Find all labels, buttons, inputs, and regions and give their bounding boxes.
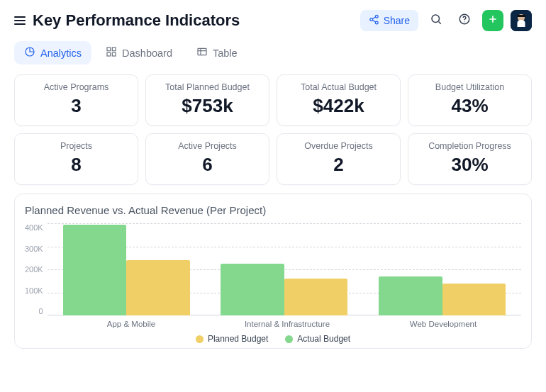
x-category: Web Development bbox=[365, 315, 521, 328]
svg-rect-11 bbox=[112, 47, 116, 51]
tab-table[interactable]: Table bbox=[186, 41, 247, 65]
chart-legend: Planned Budget Actual Budget bbox=[25, 334, 521, 344]
kpi-value: 8 bbox=[21, 154, 132, 176]
kpi-label: Completion Progress bbox=[414, 141, 525, 151]
share-label: Share bbox=[384, 15, 410, 26]
chart-card: Planned Revenue vs. Actual Revenue (Per … bbox=[14, 194, 532, 349]
kpi-value: 3 bbox=[21, 95, 132, 117]
kpi-value: 6 bbox=[152, 154, 263, 176]
menu-icon[interactable] bbox=[14, 16, 26, 25]
legend-label: Actual Budget bbox=[297, 334, 350, 344]
dashboard-icon bbox=[106, 46, 117, 60]
y-tick: 100K bbox=[25, 286, 43, 295]
x-category: Internal & Infrastructure bbox=[209, 315, 365, 328]
bar-actual bbox=[63, 225, 126, 315]
kpi-value: 2 bbox=[283, 154, 394, 176]
x-category: App & Mobile bbox=[53, 315, 209, 328]
kpi-label: Total Planned Budget bbox=[152, 82, 263, 92]
bar-actual bbox=[379, 276, 442, 315]
kpi-card: Projects 8 bbox=[14, 133, 138, 185]
share-button[interactable]: Share bbox=[360, 10, 418, 31]
svg-point-1 bbox=[370, 18, 373, 21]
legend-swatch-icon bbox=[285, 335, 293, 343]
bar-group bbox=[363, 223, 521, 315]
bar-group bbox=[205, 223, 363, 315]
help-icon bbox=[458, 13, 471, 28]
kpi-card: Overdue Projects 2 bbox=[277, 133, 401, 185]
kpi-value: 43% bbox=[414, 95, 525, 117]
kpi-label: Total Actual Budget bbox=[283, 82, 394, 92]
svg-rect-10 bbox=[107, 47, 111, 51]
kpi-label: Active Projects bbox=[152, 141, 263, 151]
search-icon bbox=[430, 13, 442, 28]
y-tick: 400K bbox=[25, 223, 43, 232]
tab-label: Dashboard bbox=[122, 47, 172, 59]
y-tick: 0 bbox=[39, 307, 43, 315]
kpi-card: Budget Utilization 43% bbox=[408, 74, 532, 126]
kpi-card: Total Planned Budget $753k bbox=[145, 74, 269, 126]
bar-planned bbox=[442, 284, 506, 316]
add-button[interactable] bbox=[482, 10, 503, 31]
svg-point-5 bbox=[464, 21, 464, 22]
share-icon bbox=[369, 14, 379, 27]
kpi-value: $753k bbox=[152, 95, 263, 117]
kpi-card: Active Programs 3 bbox=[14, 74, 138, 126]
y-tick: 300K bbox=[25, 245, 43, 253]
help-button[interactable] bbox=[454, 10, 475, 31]
svg-rect-13 bbox=[112, 52, 116, 56]
avatar[interactable] bbox=[511, 10, 532, 31]
table-icon bbox=[196, 46, 208, 60]
tab-dashboard[interactable]: Dashboard bbox=[96, 41, 182, 65]
view-tabs: Analytics Dashboard Table bbox=[14, 41, 532, 65]
plus-icon bbox=[487, 13, 498, 28]
search-button[interactable] bbox=[425, 10, 447, 31]
tab-label: Table bbox=[213, 47, 238, 59]
svg-rect-8 bbox=[517, 15, 525, 17]
y-axis: 400K 300K 200K 100K 0 bbox=[25, 223, 48, 315]
kpi-label: Overdue Projects bbox=[283, 141, 394, 151]
kpi-card: Active Projects 6 bbox=[145, 133, 269, 185]
legend-swatch-icon bbox=[196, 335, 204, 343]
svg-rect-12 bbox=[107, 52, 111, 56]
kpi-card: Total Actual Budget $422k bbox=[277, 74, 401, 126]
svg-rect-14 bbox=[198, 48, 206, 55]
bar-planned bbox=[284, 279, 347, 315]
chart-plot bbox=[48, 223, 521, 315]
chart-title: Planned Revenue vs. Actual Revenue (Per … bbox=[25, 204, 521, 216]
legend-label: Planned Budget bbox=[208, 334, 268, 344]
kpi-label: Projects bbox=[21, 141, 132, 151]
svg-point-2 bbox=[375, 21, 378, 24]
x-axis: App & MobileInternal & InfrastructureWeb… bbox=[53, 315, 521, 328]
legend-item-actual: Actual Budget bbox=[285, 334, 350, 344]
y-tick: 200K bbox=[25, 265, 43, 274]
kpi-card: Completion Progress 30% bbox=[408, 133, 532, 185]
kpi-value: 30% bbox=[414, 154, 525, 176]
kpi-value: $422k bbox=[283, 95, 394, 117]
page-title: Key Performance Indicators bbox=[33, 11, 240, 30]
pie-chart-icon bbox=[24, 46, 35, 60]
svg-point-3 bbox=[432, 15, 440, 23]
kpi-label: Active Programs bbox=[21, 82, 132, 92]
tab-analytics[interactable]: Analytics bbox=[14, 41, 91, 65]
bar-actual bbox=[221, 264, 284, 315]
kpi-grid: Active Programs 3 Total Planned Budget $… bbox=[14, 74, 532, 185]
bar-group bbox=[48, 223, 206, 315]
legend-item-planned: Planned Budget bbox=[196, 334, 268, 344]
kpi-label: Budget Utilization bbox=[414, 82, 525, 92]
tab-label: Analytics bbox=[40, 47, 82, 59]
bar-planned bbox=[126, 260, 189, 315]
svg-point-0 bbox=[375, 15, 378, 18]
